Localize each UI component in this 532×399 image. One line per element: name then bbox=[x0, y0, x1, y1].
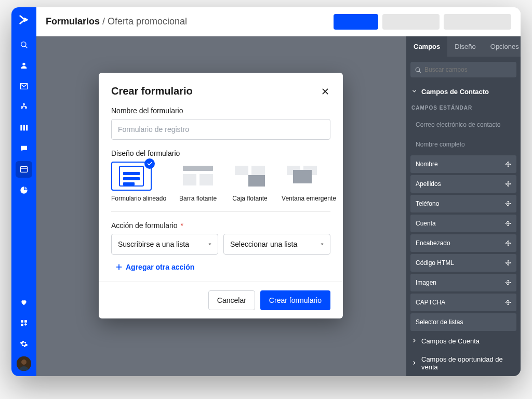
drag-icon bbox=[505, 201, 511, 207]
breadcrumb: Formularios / Oferta promocional bbox=[46, 16, 187, 27]
divider bbox=[111, 211, 330, 212]
svg-point-0 bbox=[21, 42, 26, 47]
field-locked: Nombre completo bbox=[410, 136, 516, 153]
field-item[interactable]: Código HTML bbox=[410, 254, 516, 272]
favorites-icon[interactable] bbox=[16, 294, 32, 311]
svg-rect-10 bbox=[24, 320, 27, 323]
tab-fields[interactable]: Campos bbox=[406, 36, 447, 57]
deals-icon[interactable] bbox=[16, 119, 32, 136]
plus-icon bbox=[115, 263, 123, 271]
action-type-select[interactable]: Suscribirse a una lista bbox=[111, 234, 218, 255]
email-icon[interactable] bbox=[16, 78, 32, 95]
form-name-label: Nombre del formulario bbox=[111, 107, 330, 115]
design-option-floating-bar[interactable]: Barra flotante bbox=[178, 162, 218, 202]
chevron-down-icon bbox=[411, 88, 417, 96]
svg-point-14 bbox=[416, 68, 420, 72]
drag-icon bbox=[505, 220, 511, 227]
design-option-modal[interactable]: Ventana emergente bbox=[282, 162, 336, 202]
modal-title: Crear formulario bbox=[111, 85, 193, 97]
field-item[interactable]: Nombre bbox=[410, 155, 516, 173]
breadcrumb-current: Oferta promocional bbox=[108, 16, 187, 26]
search-icon bbox=[415, 66, 421, 73]
svg-rect-6 bbox=[23, 125, 25, 131]
tab-design[interactable]: Diseño bbox=[447, 36, 483, 57]
svg-rect-7 bbox=[26, 125, 28, 131]
field-search[interactable] bbox=[410, 62, 516, 77]
subhead-standard-fields: CAMPOS ESTÁNDAR bbox=[406, 101, 521, 114]
field-locked: Correo electrónico de contacto bbox=[410, 116, 516, 134]
apps-icon[interactable] bbox=[16, 315, 32, 331]
field-item[interactable]: Selector de listas bbox=[410, 313, 516, 331]
panel-tabs: Campos Diseño Opciones bbox=[406, 36, 521, 57]
form-action-label: Acción de formulario * bbox=[111, 221, 330, 230]
svg-point-3 bbox=[21, 107, 23, 109]
caret-down-icon bbox=[207, 242, 212, 247]
topbar-primary-button[interactable] bbox=[334, 14, 378, 30]
section-contact-fields[interactable]: Campos de Contacto bbox=[406, 83, 521, 101]
field-item[interactable]: Cuenta bbox=[410, 215, 516, 232]
svg-rect-9 bbox=[21, 320, 23, 323]
drag-icon bbox=[505, 299, 511, 305]
field-item[interactable]: Imagen bbox=[410, 274, 516, 291]
settings-icon[interactable] bbox=[16, 336, 32, 352]
form-design-label: Diseño del formulario bbox=[111, 149, 330, 157]
svg-rect-5 bbox=[20, 125, 22, 131]
check-icon bbox=[144, 158, 155, 169]
tab-options[interactable]: Opciones bbox=[483, 36, 521, 57]
reports-icon[interactable] bbox=[16, 182, 32, 198]
drag-icon bbox=[505, 181, 511, 187]
drag-icon bbox=[505, 280, 511, 286]
drag-icon bbox=[505, 240, 511, 246]
chevron-right-icon bbox=[411, 337, 417, 345]
automation-icon[interactable] bbox=[16, 99, 32, 115]
field-search-input[interactable] bbox=[424, 66, 512, 73]
breadcrumb-section[interactable]: Formularios bbox=[46, 16, 100, 26]
app-frame: Formularios / Oferta promocional Crear f… bbox=[11, 7, 521, 376]
drag-icon bbox=[505, 260, 511, 266]
form-name-input[interactable] bbox=[111, 119, 330, 140]
logo-icon bbox=[17, 12, 31, 27]
svg-point-4 bbox=[25, 107, 27, 109]
list-select[interactable]: Seleccionar una lista bbox=[223, 234, 330, 255]
right-panel: Campos Diseño Opciones Campos de Contact… bbox=[406, 36, 521, 376]
design-option-inline[interactable]: Formulario alineado bbox=[111, 162, 166, 202]
section-account-fields[interactable]: Campos de Cuenta bbox=[406, 332, 521, 350]
chat-icon[interactable] bbox=[16, 140, 32, 157]
avatar[interactable] bbox=[17, 356, 31, 371]
svg-point-1 bbox=[22, 63, 25, 65]
contacts-icon[interactable] bbox=[16, 57, 32, 74]
add-action-button[interactable]: Agregar otra acción bbox=[111, 262, 330, 282]
main-column: Formularios / Oferta promocional Crear f… bbox=[36, 7, 521, 376]
section-deal-fields[interactable]: Campos de oportunidad de venta bbox=[406, 350, 521, 376]
field-item[interactable]: Apellidos bbox=[410, 175, 516, 193]
cancel-button[interactable]: Cancelar bbox=[208, 290, 255, 310]
top-bar: Formularios / Oferta promocional bbox=[36, 7, 521, 36]
create-form-modal: Crear formulario Nombre del formulario D… bbox=[99, 73, 343, 318]
design-option-floating-box[interactable]: Caja flotante bbox=[230, 162, 270, 202]
topbar-button-2[interactable] bbox=[444, 14, 511, 30]
side-nav bbox=[11, 7, 36, 376]
close-icon[interactable] bbox=[320, 86, 330, 97]
drag-icon bbox=[505, 161, 511, 167]
forms-icon[interactable] bbox=[16, 161, 32, 178]
field-item[interactable]: Encabezado bbox=[410, 234, 516, 252]
field-item[interactable]: Teléfono bbox=[410, 195, 516, 212]
field-item[interactable]: CAPTCHA bbox=[410, 294, 516, 311]
svg-point-13 bbox=[21, 360, 26, 365]
caret-down-icon bbox=[320, 242, 325, 247]
search-icon[interactable] bbox=[16, 36, 32, 53]
svg-rect-8 bbox=[20, 167, 27, 172]
workspace: Crear formulario Nombre del formulario D… bbox=[36, 36, 521, 376]
design-options: Formulario alineado Barra flotante Caja … bbox=[111, 162, 330, 202]
canvas: Crear formulario Nombre del formulario D… bbox=[36, 36, 406, 376]
chevron-right-icon bbox=[411, 360, 417, 367]
svg-point-2 bbox=[23, 103, 25, 105]
create-form-button[interactable]: Crear formulario bbox=[260, 290, 330, 310]
svg-rect-11 bbox=[21, 324, 23, 326]
topbar-button-1[interactable] bbox=[382, 14, 440, 30]
